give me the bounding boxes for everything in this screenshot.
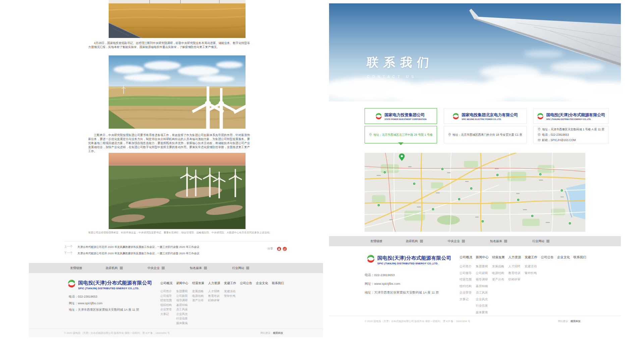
- footer-nav-title[interactable]: 企业文化: [256, 281, 272, 285]
- footer-nav-item[interactable]: 发展战略: [492, 263, 508, 270]
- prev-next-block: 上一个 天津分布式能源公司召开 2020 年党风廉政建设和反腐败工作会议 , 一…: [64, 241, 288, 258]
- footer-nav-item[interactable]: 大事记: [460, 296, 476, 303]
- article-page: 4月28日，国家电投党组副书记、总经理江毅到中央研究院调研，听取中央研究院业务布…: [29, 0, 323, 337]
- footer-nav-title[interactable]: 公司概况: [160, 281, 176, 285]
- footer-nav-item[interactable]: 公司领导: [460, 270, 476, 277]
- footer-nav-item[interactable]: 基层特稿: [476, 283, 492, 290]
- site-builder[interactable]: 网站建设：精英科技: [261, 331, 283, 335]
- footer-nav-item[interactable]: 资产分布: [492, 276, 508, 283]
- footer-nav-title[interactable]: 党建工作: [224, 281, 240, 285]
- friend-links-item[interactable]: 中央企业: [448, 236, 465, 246]
- contact-card[interactable]: 国家电投集团北京电力有限公司 SPIC BEIJING ELECTRIC POW…: [444, 108, 527, 143]
- footer-nav-title[interactable]: 党建工作: [525, 255, 541, 260]
- site-builder[interactable]: 网站建设：精英科技: [558, 320, 581, 323]
- contact-card[interactable]: 国家电力投资集团公司 STATE POWER INVESTMENT CORPOR…: [365, 108, 437, 143]
- footer-nav-title[interactable]: 企业文化: [557, 255, 574, 260]
- map-canvas: [365, 153, 585, 232]
- weibo-icon[interactable]: [283, 247, 287, 251]
- footer-nav-item[interactable]: 行业信息: [476, 303, 492, 309]
- card-company-name-cn: 国家电投集团北京电力有限公司: [462, 112, 518, 118]
- footer-nav-title[interactable]: 新闻中心: [476, 255, 492, 260]
- friend-links-item[interactable]: 行业网站: [532, 236, 549, 246]
- footer-nav-item[interactable]: 行业信息: [176, 316, 193, 321]
- footer-nav-item[interactable]: 公司领导: [160, 294, 176, 299]
- footer-nav-item[interactable]: 职称评审: [208, 298, 224, 303]
- footer-nav-item[interactable]: 教育培训: [208, 294, 224, 299]
- footer-nav-item[interactable]: 电源结构: [192, 294, 208, 299]
- footer-nav-column: 公司公告: [240, 281, 256, 325]
- footer-nav-item[interactable]: 人才招聘: [208, 289, 224, 294]
- footer-nav-item[interactable]: 领导调研: [476, 276, 492, 283]
- hero-title: 联系我们: [366, 54, 434, 71]
- footer-nav-column: 企业文化: [557, 255, 574, 316]
- copyright-row: © 2020 国电投（天津）分布式能源有限公司 版权所有 保留一切权利。津 IC…: [29, 328, 323, 337]
- footer-nav-title[interactable]: 新闻中心: [176, 281, 193, 285]
- contact-card-body: 地址：北京市西城区西直门外大街 18 号金贸大厦 C1 座: [444, 126, 527, 143]
- prev-article-link[interactable]: 天津分布式能源公司召开 2020 年党风廉政建设和反腐败工作会议 , 一届三次职…: [77, 245, 199, 249]
- footer-nav-item[interactable]: 员工风采: [176, 307, 193, 312]
- footer-nav-item[interactable]: 组织结构: [160, 303, 176, 308]
- footer-nav-title[interactable]: 人力资源: [208, 281, 224, 285]
- footer-nav-item[interactable]: 基层特稿: [176, 303, 193, 308]
- next-article-link[interactable]: 天津分布式能源公司召开 2020 年党风廉政建设和反腐败工作会议 , 一届三次职…: [77, 252, 199, 255]
- company-name-en: SPIC (TIANJIN) DISTRIBUTED ENERGY CO.,LT…: [377, 262, 451, 265]
- footer-nav-item[interactable]: 集团要闻: [176, 289, 193, 294]
- footer-nav-title[interactable]: 人力资源: [508, 255, 525, 260]
- contact-address: 地址：天津市西青区张家窝镇天安数码城 1A 座 11 层: [69, 308, 139, 312]
- footer-nav-item[interactable]: 党建活动: [525, 263, 541, 270]
- footer-nav-item[interactable]: 媒体聚焦: [476, 309, 492, 316]
- footer-nav-item[interactable]: 员工风采: [476, 290, 492, 296]
- footer-nav-item[interactable]: 集团要闻: [476, 263, 492, 270]
- footer-nav-title[interactable]: 公司公告: [240, 281, 256, 285]
- article-paragraph-1: 4月28日，国家电投党组副书记、总经理江毅到中央研究院调研，听取中央研究院业务布…: [88, 41, 250, 49]
- footer-nav-item[interactable]: 领导调研: [176, 298, 193, 303]
- footer-nav-item[interactable]: 公司简介: [160, 289, 176, 294]
- footer-nav-item[interactable]: 公司新闻: [476, 270, 492, 277]
- footer-nav-item[interactable]: 企业荣誉: [160, 307, 176, 312]
- friend-links-item[interactable]: 政府机构: [406, 236, 423, 246]
- footer-nav-item[interactable]: 人才招聘: [508, 263, 525, 270]
- contact-card-line: 邮箱：SPICJH@163.COM: [538, 137, 604, 143]
- footer-nav-item[interactable]: 电源结构: [492, 270, 508, 277]
- footer-nav-title[interactable]: 联系我们: [272, 281, 288, 285]
- footer-nav-item[interactable]: 公司新闻: [176, 294, 193, 299]
- footer-nav-item[interactable]: 警钟长鸣: [224, 294, 240, 299]
- footer-nav-title[interactable]: 公司公告: [541, 255, 557, 260]
- footer-nav-item[interactable]: 企业风光: [476, 296, 492, 303]
- location-map[interactable]: [365, 153, 585, 232]
- footer-nav-item[interactable]: 教育培训: [508, 270, 525, 277]
- footer-nav-item[interactable]: 经营范围: [460, 276, 476, 283]
- footer-nav-item[interactable]: 媒体聚焦: [176, 321, 193, 326]
- footer-nav-item[interactable]: 组织结构: [460, 283, 476, 290]
- menu-icon: [546, 240, 549, 242]
- footer-nav-item[interactable]: 经营范围: [160, 298, 176, 303]
- friend-links-item[interactable]: 政府机构: [106, 263, 123, 273]
- footer-nav-title[interactable]: 经营发展: [492, 255, 508, 260]
- footer-nav-item[interactable]: 发展战略: [192, 289, 208, 294]
- friend-links-item[interactable]: 中央企业: [148, 263, 165, 273]
- footer-nav-column: 人力资源 人才招聘教育培训职称评审: [508, 255, 525, 316]
- footer-nav-item[interactable]: 资产分布: [192, 298, 208, 303]
- footer-nav-title[interactable]: 联系我们: [574, 255, 590, 260]
- friend-links-item[interactable]: 友情链接: [70, 263, 82, 273]
- footer-nav-title[interactable]: 经营发展: [192, 281, 208, 285]
- footer-nav-item[interactable]: 大事记: [160, 312, 176, 317]
- contact-line-icon: [448, 133, 451, 136]
- contact-cards: 国家电力投资集团公司 STATE POWER INVESTMENT CORPOR…: [365, 108, 585, 143]
- qq-icon[interactable]: [277, 247, 281, 251]
- friend-links-item[interactable]: 知名媒体: [490, 236, 507, 246]
- footer-nav-item[interactable]: 警钟长鸣: [525, 270, 541, 277]
- friend-links-item[interactable]: 友情链接: [370, 236, 382, 246]
- footer-nav-item[interactable]: 企业风光: [176, 312, 193, 317]
- contact-card-body: 地址：天津市西青区天安数码城 1 号楼 A 座 11 层 电话：022-2381…: [533, 126, 609, 143]
- footer-nav-item[interactable]: 党建活动: [224, 289, 240, 294]
- contact-card[interactable]: 国电投(天津)分布式能源有限公司 SPIC (TIANJIN) DISTRIBU…: [533, 108, 609, 143]
- friend-links-item[interactable]: 知名媒体: [190, 263, 207, 273]
- footer-nav-item[interactable]: 企业荣誉: [460, 290, 476, 296]
- footer-nav-column: 人力资源 人才招聘教育培训职称评审: [208, 281, 224, 325]
- footer-nav-title[interactable]: 公司概况: [460, 255, 476, 260]
- footer-nav-item[interactable]: 职称评审: [508, 276, 525, 283]
- footer-nav-column: 经营发展 发展战略电源结构资产分布: [192, 281, 208, 325]
- friend-links-item[interactable]: 行业网站: [232, 263, 249, 273]
- footer-nav-item[interactable]: 公司简介: [460, 263, 476, 270]
